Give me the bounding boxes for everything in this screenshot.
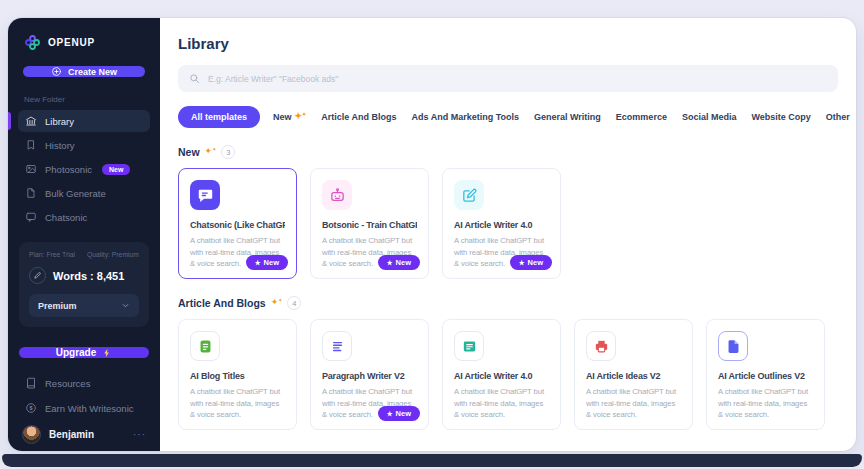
- template-card-ai-article-writer-4-b[interactable]: AI Article Writer 4.0 A chatbot like Cha…: [442, 319, 561, 430]
- plus-circle-icon: [51, 66, 62, 77]
- sidebar-item-label: Resources: [45, 378, 90, 389]
- tab-general-writing[interactable]: General Writing: [532, 107, 603, 127]
- star-icon: ★: [255, 259, 261, 267]
- sidebar-item-library[interactable]: Library: [18, 110, 150, 132]
- robot-icon: [322, 180, 352, 210]
- quality-label: Quality: Premium: [87, 251, 139, 258]
- card-title: AI Blog Titles: [190, 371, 285, 381]
- pen-circle-icon: [29, 267, 46, 284]
- upgrade-label: Upgrade: [56, 347, 97, 358]
- tier-value: Premium: [38, 301, 77, 311]
- user-account-row[interactable]: Benjamin ···: [8, 419, 160, 450]
- sidebar-item-label: Chatsonic: [45, 212, 87, 223]
- sidebar-item-history[interactable]: History: [18, 134, 150, 156]
- lightning-bolt-icon: [102, 348, 112, 358]
- search-bar: [178, 65, 838, 92]
- printer-icon: [586, 331, 616, 361]
- new-badge: ★New: [378, 255, 420, 270]
- section-title: Article And Blogs: [178, 297, 266, 309]
- tab-ecommerce[interactable]: Ecommerce: [614, 107, 669, 127]
- tab-social-media[interactable]: Social Media: [680, 107, 739, 127]
- library-icon: [25, 115, 37, 127]
- upgrade-button[interactable]: Upgrade: [19, 347, 149, 358]
- tab-other[interactable]: Other: [824, 107, 852, 127]
- section-count-badge: 4: [287, 296, 301, 310]
- search-input[interactable]: [208, 74, 827, 84]
- words-count: Words : 8,451: [53, 270, 124, 282]
- history-icon: [25, 139, 37, 151]
- plan-panel: Plan: Free Trial Quality: Premium Words …: [19, 242, 149, 327]
- new-badge: ★New: [246, 255, 288, 270]
- sidebar-item-label: Earn With Writesonic: [45, 403, 134, 414]
- star-icon: ★: [387, 259, 393, 267]
- tab-new[interactable]: New✦✦: [271, 107, 308, 127]
- sidebar: OPENUP Create New New Folder Library His…: [8, 18, 160, 451]
- edit-icon: [454, 180, 484, 210]
- app-window: OPENUP Create New New Folder Library His…: [8, 18, 856, 451]
- photosonic-icon: [25, 163, 37, 175]
- section-header-new: New ✦✦ 3: [178, 145, 838, 159]
- sidebar-item-label: Photosonic: [45, 164, 92, 175]
- card-description: A chatbot like ChatGPT but with real-tim…: [190, 386, 285, 421]
- card-description: A chatbot like ChatGPT but with real-tim…: [718, 386, 813, 421]
- svg-text:$: $: [29, 405, 32, 411]
- sidebar-item-chatsonic[interactable]: Chatsonic: [18, 206, 150, 228]
- filter-tabs: All templates New✦✦ Article And Blogs Ad…: [178, 106, 838, 128]
- user-menu-ellipsis[interactable]: ···: [133, 429, 146, 440]
- section-count-badge: 3: [221, 145, 235, 159]
- tab-article-and-blogs[interactable]: Article And Blogs: [319, 107, 398, 127]
- book-icon: [25, 377, 37, 389]
- cards-row-new: Chatsonic (Like ChatGPT) A chatbot like …: [178, 168, 838, 279]
- card-title: AI Article Writer 4.0: [454, 220, 549, 230]
- tab-ads-and-marketing-tools[interactable]: Ads And Marketing Tools: [409, 107, 521, 127]
- blog-icon: [190, 331, 220, 361]
- sidebar-item-label: Bulk Generate: [45, 188, 106, 199]
- star-icon: ★: [519, 259, 525, 267]
- sidebar-item-photosonic[interactable]: Photosonic New: [18, 158, 150, 180]
- new-badge: New: [102, 164, 130, 175]
- new-badge: ★New: [510, 255, 552, 270]
- create-new-button[interactable]: Create New: [23, 66, 145, 77]
- document-icon: [718, 331, 748, 361]
- template-card-ai-blog-titles[interactable]: AI Blog Titles A chatbot like ChatGPT bu…: [178, 319, 297, 430]
- paragraph-icon: [322, 331, 352, 361]
- dollar-circle-icon: $: [25, 402, 37, 414]
- sidebar-item-resources[interactable]: Resources: [18, 372, 150, 394]
- newspaper-icon: [454, 331, 484, 361]
- search-icon: [189, 73, 200, 84]
- folder-section-label: New Folder: [24, 95, 144, 104]
- template-card-paragraph-writer-v2[interactable]: Paragraph Writer V2 A chatbot like ChatG…: [310, 319, 429, 430]
- page-title: Library: [178, 35, 838, 52]
- template-card-botsonic[interactable]: Botsonic - Train ChatGPT A chatbot like …: [310, 168, 429, 279]
- card-description: A chatbot like ChatGPT but with real-tim…: [586, 386, 681, 421]
- tab-website-copy[interactable]: Website Copy: [749, 107, 812, 127]
- chevron-down-icon: [121, 301, 130, 310]
- plan-label: Plan: Free Trial: [29, 251, 75, 258]
- brand-logo: OPENUP: [8, 18, 160, 51]
- sparkle-icon: ✦✦: [271, 298, 283, 307]
- cards-row-article-and-blogs: AI Blog Titles A chatbot like ChatGPT bu…: [178, 319, 838, 430]
- sidebar-footer-nav: Resources $ Earn With Writesonic: [8, 372, 160, 419]
- template-card-ai-article-ideas-v2[interactable]: AI Article Ideas V2 A chatbot like ChatG…: [574, 319, 693, 430]
- card-title: AI Article Writer 4.0: [454, 371, 549, 381]
- sidebar-item-earn[interactable]: $ Earn With Writesonic: [18, 397, 150, 419]
- sparkle-icon: ✦✦: [295, 112, 307, 121]
- template-card-ai-article-outlines-v2[interactable]: AI Article Outlines V2 A chatbot like Ch…: [706, 319, 825, 430]
- tab-all-templates[interactable]: All templates: [178, 106, 260, 128]
- create-new-label: Create New: [68, 67, 117, 77]
- template-card-ai-article-writer-4[interactable]: AI Article Writer 4.0 A chatbot like Cha…: [442, 168, 561, 279]
- sidebar-item-bulk-generate[interactable]: Bulk Generate: [18, 182, 150, 204]
- main-content: Library All templates New✦✦ Article And …: [160, 18, 856, 451]
- bottom-frame-strip: [2, 454, 862, 467]
- star-icon: ★: [387, 410, 393, 418]
- sidebar-item-label: Library: [45, 116, 74, 127]
- user-name: Benjamin: [49, 429, 94, 440]
- brand-name: OPENUP: [48, 37, 95, 48]
- tier-dropdown[interactable]: Premium: [29, 294, 139, 317]
- bulk-generate-icon: [25, 187, 37, 199]
- card-title: Chatsonic (Like ChatGPT): [190, 220, 285, 230]
- chat-icon: [190, 180, 220, 210]
- template-card-chatsonic[interactable]: Chatsonic (Like ChatGPT) A chatbot like …: [178, 168, 297, 279]
- card-title: AI Article Outlines V2: [718, 371, 813, 381]
- clover-logo-icon: [24, 34, 41, 51]
